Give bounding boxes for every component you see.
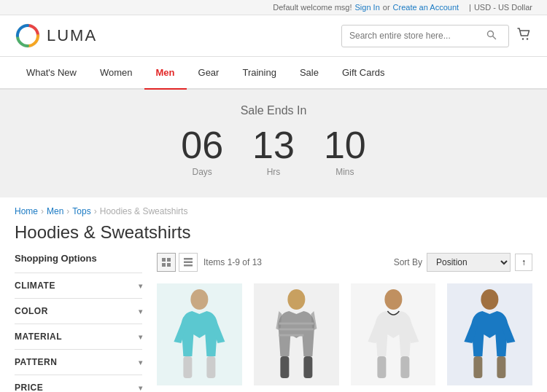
- svg-point-4: [527, 38, 528, 39]
- breadcrumb-tops[interactable]: Tops: [72, 206, 90, 216]
- sort-by-label: Sort By: [394, 257, 422, 267]
- sign-in-link[interactable]: Sign In: [355, 3, 380, 12]
- main-content: Shopping Options CLIMATE ▾ COLOR ▾ MATER…: [0, 253, 547, 392]
- cart-icon[interactable]: [516, 26, 532, 46]
- breadcrumb-current: Hoodies & Sweatshirts: [100, 206, 188, 216]
- nav-women[interactable]: Women: [88, 57, 144, 88]
- filter-pattern: PATTERN ▾: [15, 349, 142, 375]
- svg-rect-13: [183, 356, 192, 378]
- chevron-down-icon-4: ▾: [139, 358, 143, 366]
- sort-select[interactable]: Position Product Name Price: [427, 253, 511, 272]
- create-account-link[interactable]: Create an Account: [393, 3, 459, 12]
- filter-price: PRICE ▾: [15, 375, 142, 392]
- svg-rect-17: [303, 356, 312, 378]
- filter-climate-header[interactable]: CLIMATE ▾: [15, 273, 142, 298]
- svg-rect-6: [167, 258, 171, 262]
- svg-rect-22: [474, 356, 483, 378]
- search-input[interactable]: [342, 26, 481, 45]
- svg-rect-10: [184, 262, 193, 264]
- svg-rect-16: [280, 356, 289, 378]
- header-icons: [341, 25, 532, 47]
- nav-whats-new[interactable]: What's New: [15, 57, 88, 88]
- svg-rect-9: [184, 258, 193, 260]
- product-card-3: Grayson Crewneck Sweatshirt $64.00 XS S …: [351, 283, 436, 392]
- cart-svg: [516, 26, 532, 42]
- breadcrumb: Home › Men › Tops › Hoodies & Sweatshirt…: [0, 197, 547, 219]
- countdown-hrs-label: Hrs: [252, 167, 295, 177]
- page-title: Hoodies & Sweatshirts: [0, 219, 547, 253]
- svg-rect-20: [400, 356, 409, 378]
- countdown-hrs-number: 13: [252, 126, 295, 164]
- svg-rect-7: [162, 263, 166, 267]
- logo-icon: [15, 23, 41, 49]
- countdown-hrs: 13 Hrs: [252, 126, 295, 177]
- filter-pattern-label: PATTERN: [15, 357, 57, 367]
- logo[interactable]: LUMA: [15, 23, 97, 49]
- product-person-svg-1: [157, 283, 242, 385]
- sort-by: Sort By Position Product Name Price ↑: [394, 253, 532, 272]
- nav-gear[interactable]: Gear: [187, 57, 231, 88]
- filter-pattern-header[interactable]: PATTERN ▾: [15, 350, 142, 375]
- logo-text: LUMA: [47, 26, 97, 45]
- breadcrumb-men[interactable]: Men: [47, 206, 63, 216]
- search-button[interactable]: [481, 26, 503, 47]
- view-toggle: [157, 253, 198, 272]
- breadcrumb-sep3: ›: [94, 206, 97, 216]
- nav-gift-cards[interactable]: Gift Cards: [330, 57, 397, 88]
- nav-men[interactable]: Men: [144, 57, 187, 88]
- grid-view-button[interactable]: [157, 253, 176, 272]
- svg-rect-23: [497, 356, 506, 378]
- filter-climate-label: CLIMATE: [15, 281, 55, 291]
- svg-point-15: [287, 289, 305, 310]
- svg-point-3: [522, 38, 524, 39]
- svg-rect-19: [377, 356, 386, 378]
- products-area: Items 1-9 of 13 Sort By Position Product…: [157, 253, 532, 392]
- chevron-down-icon-2: ▾: [139, 307, 143, 315]
- svg-rect-8: [167, 263, 171, 267]
- sale-banner: Sale Ends In 06 Days 13 Hrs 10 Mins: [0, 90, 547, 197]
- filter-color: COLOR ▾: [15, 298, 142, 324]
- breadcrumb-home[interactable]: Home: [15, 206, 38, 216]
- chevron-down-icon-5: ▾: [139, 384, 143, 392]
- filter-color-label: COLOR: [15, 306, 48, 316]
- filter-material-header[interactable]: MATERIAL ▾: [15, 324, 142, 349]
- filter-climate: CLIMATE ▾: [15, 273, 142, 298]
- svg-line-2: [493, 36, 496, 39]
- svg-point-18: [384, 289, 402, 310]
- header: LUMA: [0, 15, 547, 57]
- countdown-mins-number: 10: [324, 126, 366, 164]
- grid-icon: [162, 258, 171, 267]
- svg-rect-11: [184, 264, 193, 267]
- countdown-mins-label: Mins: [324, 167, 366, 177]
- search-icon: [486, 30, 497, 40]
- product-card-4: Mach Street Sweatshirt $62.00 XS S M L X…: [447, 283, 532, 392]
- svg-point-21: [481, 289, 499, 310]
- product-person-svg-3: [351, 283, 436, 385]
- chevron-down-icon: ▾: [139, 282, 143, 290]
- product-person-svg-4: [447, 283, 532, 385]
- product-grid: Marco Lightweight Active Hoodie $74.00 X…: [157, 283, 532, 392]
- or-text: or: [383, 3, 390, 12]
- currency-selector[interactable]: USD - US Dollar: [474, 3, 532, 12]
- filter-color-header[interactable]: COLOR ▾: [15, 299, 142, 324]
- product-image-3: [351, 283, 436, 385]
- list-view-button[interactable]: [179, 253, 198, 272]
- chevron-down-icon-3: ▾: [139, 333, 143, 341]
- countdown-days-label: Days: [181, 167, 223, 177]
- filter-price-header[interactable]: PRICE ▾: [15, 375, 142, 392]
- welcome-message: Default welcome msg!: [273, 3, 352, 12]
- product-person-svg-2: [254, 283, 339, 385]
- sidebar-title: Shopping Options: [15, 253, 142, 264]
- filter-material-label: MATERIAL: [15, 332, 62, 342]
- countdown-days: 06 Days: [181, 126, 223, 177]
- product-card-1: Marco Lightweight Active Hoodie $74.00 X…: [157, 283, 242, 392]
- products-toolbar: Items 1-9 of 13 Sort By Position Product…: [157, 253, 532, 272]
- nav-sale[interactable]: Sale: [288, 57, 330, 88]
- svg-rect-14: [206, 356, 215, 378]
- breadcrumb-sep1: ›: [41, 206, 44, 216]
- sort-direction-button[interactable]: ↑: [515, 254, 532, 271]
- nav-training[interactable]: Training: [230, 57, 287, 88]
- product-image-4: [447, 283, 532, 385]
- product-card-2: Ajax Full-Zip Sweatshirt $69.00 XS S M L…: [254, 283, 339, 392]
- search-bar: [341, 25, 509, 47]
